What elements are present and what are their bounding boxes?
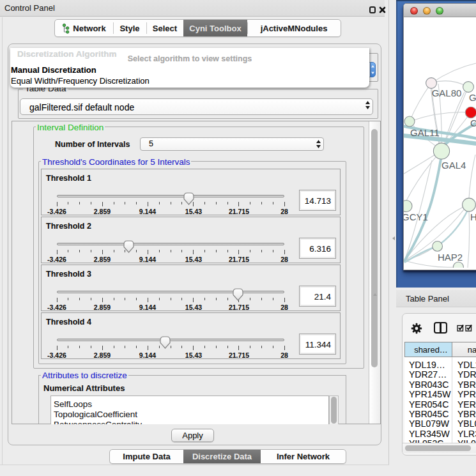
svg-text:GAL80: GAL80 (432, 88, 462, 98)
svg-text:GAL11: GAL11 (410, 127, 440, 138)
svg-text:C: C (470, 118, 476, 128)
svg-text:H: H (470, 211, 476, 222)
svg-text:HAP2: HAP2 (438, 252, 463, 263)
svg-text:GCY1: GCY1 (404, 211, 428, 222)
svg-text:GAL4: GAL4 (441, 160, 466, 171)
svg-text:GA: GA (469, 92, 476, 103)
